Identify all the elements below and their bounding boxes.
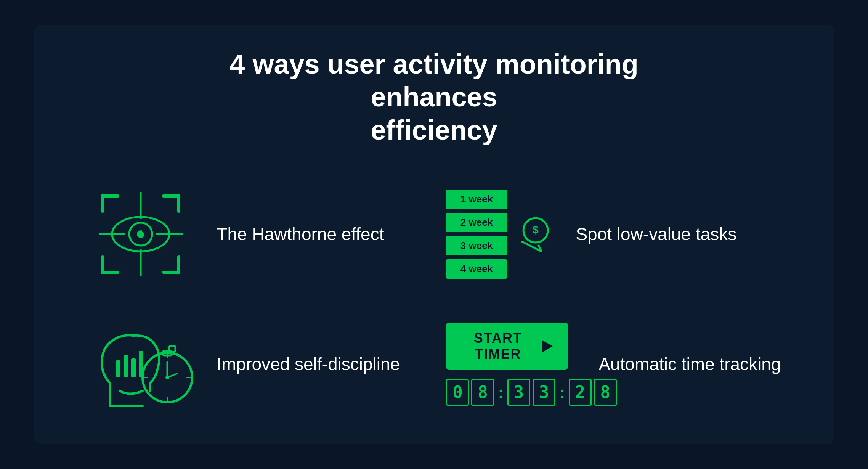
digit-3: 3 (533, 379, 555, 406)
timer-display: 0 8 : 3 3 : 2 8 (446, 379, 616, 406)
week-bar-4: 4 week (446, 259, 507, 279)
crosshair-eye-icon (91, 185, 190, 284)
card-time-tracking: START TIMER 0 8 : 3 3 : 2 8 Automati (431, 307, 796, 421)
svg-point-7 (142, 230, 145, 233)
start-timer-label: START TIMER (461, 330, 534, 362)
digit-1: 8 (471, 379, 494, 406)
weeks-list: 1 week 2 week 3 week 4 week (446, 190, 507, 279)
card-hawthorne: The Hawthorne effect (72, 177, 416, 291)
digit-4: 2 (569, 379, 592, 406)
main-container: 4 ways user activity monitoring enhances… (34, 25, 834, 444)
svg-rect-13 (124, 355, 128, 377)
spot-tasks-label: Spot low-value tasks (576, 224, 736, 244)
self-discipline-label: Improved self-discipline (217, 354, 400, 374)
page-title: 4 ways user activity monitoring enhances… (167, 48, 701, 146)
weeks-dollar-icon: 1 week 2 week 3 week 4 week $ (446, 190, 553, 279)
colon-1: : (496, 379, 505, 406)
hawthorne-label: The Hawthorne effect (217, 224, 384, 244)
card-self-discipline: Improved self-discipline (72, 307, 416, 421)
colon-2: : (558, 379, 566, 406)
time-tracking-icon-area: START TIMER 0 8 : 3 3 : 2 8 (446, 323, 576, 406)
start-timer-button[interactable]: START TIMER (446, 323, 568, 370)
card-spot-tasks: 1 week 2 week 3 week 4 week $ (431, 177, 796, 291)
digit-0: 0 (446, 379, 469, 406)
digit-2: 3 (507, 379, 530, 406)
svg-rect-14 (131, 358, 136, 377)
week-bar-2: 2 week (446, 213, 507, 232)
svg-text:$: $ (533, 224, 539, 236)
svg-rect-12 (116, 360, 120, 377)
brain-stopwatch-icon (87, 315, 194, 414)
self-discipline-icon-area (87, 315, 194, 414)
week-bar-1: 1 week (446, 190, 507, 209)
week-bar-3: 3 week (446, 236, 507, 255)
svg-point-21 (165, 376, 169, 379)
svg-rect-18 (169, 346, 175, 352)
play-icon (542, 340, 553, 352)
digit-5: 8 (594, 379, 617, 406)
time-tracking-label: Automatic time tracking (598, 354, 781, 374)
spot-tasks-icon-area: 1 week 2 week 3 week 4 week $ (446, 190, 553, 279)
cards-grid: The Hawthorne effect 1 week 2 week 3 wee… (72, 177, 796, 421)
hawthorne-icon-area (87, 185, 194, 284)
timer-area: START TIMER 0 8 : 3 3 : 2 8 (446, 323, 616, 406)
dollar-arrow-icon: $ (515, 215, 553, 253)
